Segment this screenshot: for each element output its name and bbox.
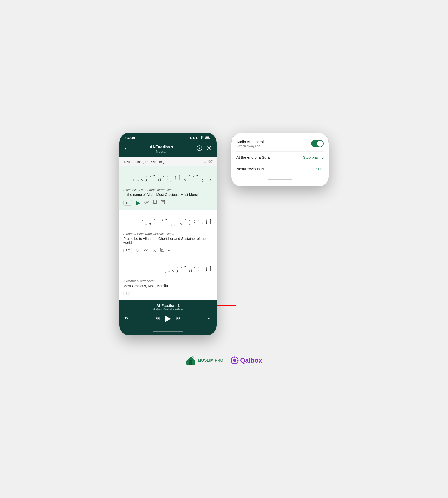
phones-row: 04:38 ▲▲▲ (119, 133, 329, 335)
verse-3: ٱلرَّحْمَٰنِ ٱلرَّحِيمِ Alrrahmani alrra… (119, 257, 217, 300)
player-more-btn[interactable]: ··· (208, 316, 212, 321)
qalbox-logo: Qalbox (231, 356, 262, 364)
verse-3-badge: 1:3 (123, 291, 132, 296)
phone2-home-indicator-area (236, 179, 324, 181)
verse-2-more-icon[interactable]: ··· (168, 248, 172, 253)
phone1-progress: 0/7 (203, 160, 213, 163)
phone1-home-indicator (119, 328, 217, 335)
svg-point-43 (237, 360, 238, 361)
settings-translation-reciter: Translation Reciter 🇬🇧 English (236, 133, 324, 136)
svg-point-42 (231, 360, 232, 361)
player-play-btn[interactable]: ▶ (165, 313, 171, 323)
svg-point-4 (208, 147, 210, 149)
end-sura-label: At the end of a Sura (236, 155, 270, 159)
verse-1-note-icon[interactable] (161, 200, 165, 205)
svg-point-41 (234, 363, 235, 364)
page-container: 04:38 ▲▲▲ (110, 113, 338, 385)
player-track-info: Al-Faatiha - 1 Mishari Rashid al-Afasy (124, 303, 212, 311)
verse-1-transliteration: Bismi Allahi alrrahmani alrraheemi (123, 188, 213, 192)
player-prev-btn[interactable]: ⏮ (155, 315, 160, 321)
verse-2-transliteration: Alhamdu lillahi rabbi alAAalameena (123, 232, 213, 236)
verse-3-controls: 1:3 (123, 291, 213, 296)
verse-1-arabic: بِسْمِ ٱللَّهِ ٱلرَّحْمَٰنِ ٱلرَّحِيمِ (123, 170, 213, 186)
phone1: 04:38 ▲▲▲ (119, 133, 217, 335)
verse-2-translation: Praise be to Allah, the Cherisher and Su… (123, 237, 213, 245)
verse-1: بِسْمِ ٱللَّهِ ٱلرَّحْمَٰنِ ٱلرَّحِيمِ B… (119, 166, 217, 210)
qalbox-text: Qalbox (240, 357, 262, 364)
autoscroll-toggle[interactable] (311, 140, 324, 147)
phone2-wrapper: 04:38 ▲▲▲ (231, 133, 329, 186)
phone1-wrapper: 04:38 ▲▲▲ (119, 133, 217, 335)
verse-1-controls: 1:1 ▶ (123, 200, 213, 206)
info-icon[interactable]: i (197, 145, 202, 152)
signal-icon: ▲▲▲ (189, 136, 198, 139)
verse-2-check-icon[interactable] (144, 248, 149, 253)
branding-row: MUSLIM PRO Qalbox (186, 355, 262, 365)
settings-autoscroll-label-group: Audio Auto-scroll Screen always on (236, 140, 265, 148)
player-speed[interactable]: 1x (124, 316, 128, 320)
next-prev-value: Sura (316, 167, 324, 171)
verse-2-arabic: ٱلْحَمْدُ لِلَّهِ رَبِّ ٱلْعَٰلَمِينَ (123, 214, 213, 230)
svg-point-40 (234, 357, 235, 358)
phone2-home-bar (268, 179, 292, 180)
verse-2-badge: 1:2 (123, 248, 132, 253)
wifi-icon (200, 136, 204, 140)
phone1-subtitle: Meccan (150, 150, 173, 153)
phone1-back-btn[interactable]: ‹ (124, 145, 126, 152)
settings-icon[interactable] (206, 145, 212, 152)
end-sura-value: Stop playing (303, 155, 324, 159)
overlay-panel: ✕ Text Display Audio Reciter Narrator (231, 133, 329, 186)
settings-end-sura[interactable]: At the end of a Sura Stop playing (236, 151, 324, 163)
verse-2: ٱلْحَمْدُ لِلَّهِ رَبِّ ٱلْعَٰلَمِينَ Al… (119, 210, 217, 258)
verse-1-bookmark-icon[interactable] (153, 200, 157, 206)
phone1-status-icons: ▲▲▲ (189, 136, 211, 140)
muslim-pro-text: MUSLIM PRO (198, 358, 223, 363)
verse-2-note-icon[interactable] (160, 248, 164, 253)
verse-1-translation: In the name of Allah, Most Gracious, Mos… (123, 193, 213, 197)
phone1-title: Al-Faatiha ▾ (150, 144, 173, 150)
toggle-knob-2 (317, 141, 323, 147)
phone1-surah-title-bar: 1. Al-Faatiha ("The Opener") 0/7 (119, 157, 217, 166)
autoscroll-label: Audio Auto-scroll (236, 140, 265, 144)
settings-next-prev[interactable]: Next/Previous Button Sura (236, 163, 324, 174)
phone1-player-bar: Al-Faatiha - 1 Mishari Rashid al-Afasy 1… (119, 300, 217, 328)
phone1-surah-title: 1. Al-Faatiha ("The Opener") (123, 160, 164, 164)
player-track-title: Al-Faatiha - 1 (124, 303, 212, 308)
phone2: 04:38 ▲▲▲ (231, 133, 329, 186)
phone1-header-icons: i (197, 145, 212, 152)
svg-text:i: i (199, 146, 200, 150)
player-controls: 1x ⏮ ▶ ⏭ ··· (124, 313, 212, 323)
verse-2-play-btn[interactable]: ▷ (136, 248, 140, 253)
verse-1-more-icon[interactable]: ··· (169, 200, 172, 205)
muslim-pro-logo: MUSLIM PRO (186, 355, 223, 365)
player-buttons: ⏮ ▶ ⏭ (155, 313, 182, 323)
next-prev-label: Next/Previous Button (236, 167, 272, 171)
overlay-bottom-space (236, 174, 324, 179)
player-next-btn[interactable]: ⏭ (176, 315, 182, 321)
annotation-line-2 (329, 92, 348, 92)
battery-icon (205, 136, 211, 140)
verse-2-controls: 1:2 ▷ (123, 248, 213, 253)
verse-1-badge: 1:1 (123, 200, 132, 206)
verse-1-play-btn[interactable]: ▶ (136, 200, 140, 206)
phone1-header: ‹ Al-Faatiha ▾ Meccan i (119, 142, 217, 157)
annotation-line-1 (217, 305, 236, 306)
phone1-time: 04:38 (125, 136, 135, 140)
autoscroll-sub: Screen always on (236, 144, 265, 148)
verse-3-arabic: ٱلرَّحْمَٰنِ ٱلرَّحِيمِ (123, 261, 213, 277)
home-bar (153, 331, 183, 332)
svg-point-39 (233, 359, 236, 362)
player-track-artist: Mishari Rashid al-Afasy (124, 308, 212, 311)
phone1-header-center: Al-Faatiha ▾ Meccan (150, 144, 173, 153)
verse-3-translation: Most Gracious, Most Merciful; (123, 284, 213, 288)
verse-2-bookmark-icon[interactable] (153, 248, 156, 253)
verse-3-transliteration: Alrrahmani alrraheemi (123, 279, 213, 283)
settings-autoscroll: Audio Auto-scroll Screen always on (236, 136, 324, 151)
svg-rect-1 (206, 136, 209, 138)
verse-1-check-icon[interactable] (144, 200, 149, 205)
phone1-status-bar: 04:38 ▲▲▲ (119, 133, 217, 142)
